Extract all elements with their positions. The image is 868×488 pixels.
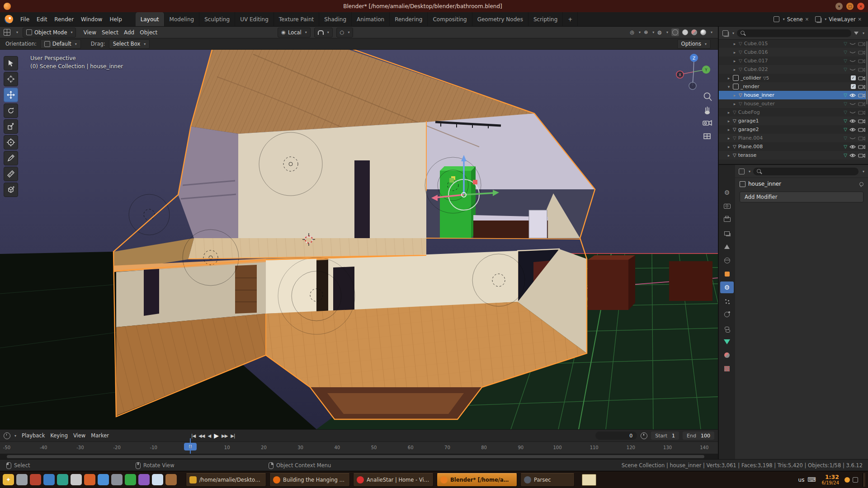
axis-minus-z-handle[interactable] bbox=[689, 82, 696, 89]
expand-icon[interactable]: ▸ bbox=[726, 119, 731, 123]
workspace-tab-sculpting[interactable]: Sculpting bbox=[199, 12, 235, 26]
tool-rotate[interactable] bbox=[4, 103, 18, 118]
outliner-row-Plane.008[interactable]: ▸▽Plane.008▽ bbox=[719, 142, 868, 151]
taskbar-window-parsec[interactable]: Parsec bbox=[520, 473, 575, 487]
workspace-add-button[interactable]: + bbox=[563, 12, 578, 26]
remove-viewlayer-icon[interactable]: × bbox=[858, 17, 862, 22]
prev-keyframe-button[interactable]: ◀◀ bbox=[198, 433, 204, 438]
jump-to-end-button[interactable]: ▶| bbox=[231, 433, 235, 438]
tool-transform[interactable] bbox=[4, 135, 18, 150]
properties-tab-object[interactable] bbox=[720, 268, 734, 280]
maximize-button[interactable]: ▢ bbox=[846, 3, 854, 10]
outliner-row-house_outer[interactable]: ▸▽house_outer▽ bbox=[719, 99, 868, 108]
taskbar-clock[interactable]: 1:32 6/19/24 bbox=[821, 474, 839, 486]
expand-icon[interactable]: ▸ bbox=[726, 136, 731, 141]
add-modifier-button[interactable]: Add Modifier bbox=[740, 192, 863, 202]
blender-logo-icon[interactable] bbox=[5, 15, 13, 23]
properties-tab-world[interactable] bbox=[720, 254, 734, 266]
workspace-tab-geometry-nodes[interactable]: Geometry Nodes bbox=[472, 12, 528, 26]
keyboard-layout-indicator[interactable]: us bbox=[798, 477, 805, 483]
editor-type-icon[interactable] bbox=[4, 29, 10, 36]
menu-window[interactable]: Window bbox=[77, 14, 106, 24]
minimize-button[interactable]: ▾ bbox=[835, 3, 843, 10]
workspace-tab-modeling[interactable]: Modeling bbox=[165, 12, 200, 26]
camera-visibility-icon[interactable] bbox=[858, 136, 865, 141]
eye-closed-icon[interactable] bbox=[849, 110, 856, 115]
play-reverse-button[interactable]: ◀ bbox=[208, 433, 211, 438]
overlays-toggle-icon[interactable]: ◍ bbox=[657, 29, 662, 35]
viewport-menu-view[interactable]: View bbox=[80, 29, 99, 36]
viewlayer-selector[interactable]: ▾ ViewLayer × bbox=[815, 16, 862, 23]
mode-dropdown[interactable]: Object Mode ▾ bbox=[23, 28, 76, 38]
taskbar-launcher-2[interactable] bbox=[16, 474, 28, 485]
workspace-tab-rendering[interactable]: Rendering bbox=[390, 12, 428, 26]
properties-tab-output[interactable] bbox=[720, 214, 734, 225]
workspace-tab-compositing[interactable]: Compositing bbox=[428, 12, 472, 26]
timeline-menu-keying[interactable]: Keying bbox=[47, 432, 71, 439]
viewport-menu-select[interactable]: Select bbox=[99, 29, 121, 36]
collection-checkbox[interactable]: ✓ bbox=[851, 84, 856, 89]
taskbar-launcher-7[interactable] bbox=[84, 474, 95, 485]
camera-visibility-icon[interactable] bbox=[858, 50, 865, 55]
menu-file[interactable]: File bbox=[17, 14, 33, 24]
playback-sync-icon[interactable] bbox=[641, 432, 647, 439]
properties-tab-material[interactable] bbox=[720, 349, 734, 361]
workspace-tab-uv-editing[interactable]: UV Editing bbox=[235, 12, 274, 26]
expand-icon[interactable]: ▸ bbox=[726, 153, 731, 158]
jump-to-start-button[interactable]: |◀ bbox=[191, 433, 195, 438]
properties-search-input[interactable] bbox=[753, 168, 859, 175]
timeline-editor-icon[interactable] bbox=[4, 432, 10, 439]
menu-help[interactable]: Help bbox=[106, 14, 125, 24]
expand-icon[interactable]: ▸ bbox=[732, 67, 737, 72]
taskbar-launcher-5[interactable] bbox=[57, 474, 68, 485]
filter-icon[interactable] bbox=[854, 32, 859, 35]
transform-orientation-dropdown[interactable]: ◉ Local ▾ bbox=[278, 28, 310, 38]
next-keyframe-button[interactable]: ▶▶ bbox=[222, 433, 227, 438]
pin-icon[interactable] bbox=[859, 182, 863, 186]
tool-annotate[interactable] bbox=[4, 151, 18, 165]
expand-icon[interactable]: ▸ bbox=[726, 145, 731, 149]
unlink-scene-icon[interactable]: × bbox=[805, 17, 809, 22]
outliner-row-Cube.016[interactable]: ▸▽Cube.016▽ bbox=[719, 48, 868, 56]
properties-tab-view-layer[interactable] bbox=[720, 227, 734, 239]
outliner-row-Cube.015[interactable]: ▸▽Cube.015▽ bbox=[719, 39, 868, 48]
properties-tab-scene[interactable] bbox=[720, 241, 734, 253]
viewport-menu-object[interactable]: Object bbox=[137, 29, 160, 36]
taskbar-launcher-11[interactable] bbox=[138, 474, 150, 485]
properties-tab-object-data[interactable] bbox=[720, 336, 734, 347]
outliner-row-garage1[interactable]: ▸▽garage1▽ bbox=[719, 117, 868, 125]
properties-tab-modifiers[interactable]: ⚙ bbox=[720, 282, 734, 293]
outliner-scrollbar[interactable] bbox=[866, 41, 868, 104]
outliner-row-Cube.022[interactable]: ▸▽Cube.022▽ bbox=[719, 65, 868, 74]
shading-solid-icon[interactable] bbox=[682, 29, 688, 35]
outliner-row-house_inner[interactable]: ▸▽house_inner▽ bbox=[719, 91, 868, 99]
eye-closed-icon[interactable] bbox=[849, 41, 856, 47]
workspace-tab-scripting[interactable]: Scripting bbox=[528, 12, 563, 26]
timeline-ruler[interactable]: 0 -50-40-30-20-1001020304050607080901001… bbox=[0, 441, 718, 454]
expand-icon[interactable]: ▸ bbox=[732, 93, 737, 98]
expand-icon[interactable]: ▸ bbox=[726, 76, 731, 80]
taskbar-launcher-9[interactable] bbox=[111, 474, 123, 485]
taskbar-launcher-3[interactable] bbox=[30, 474, 41, 485]
eye-icon[interactable] bbox=[849, 153, 856, 158]
scene-selector[interactable]: ▾ Scene × bbox=[774, 16, 809, 23]
taskbar-window-blender[interactable]: Blender* [/home/amali... bbox=[437, 473, 517, 487]
eye-closed-icon[interactable] bbox=[849, 101, 856, 107]
shading-material-icon[interactable] bbox=[691, 29, 697, 35]
workspace-tab-texture-paint[interactable]: Texture Paint bbox=[274, 12, 319, 26]
workspace-tab-layout[interactable]: Layout bbox=[136, 12, 165, 26]
properties-tab-tool[interactable]: ⚙ bbox=[720, 187, 734, 198]
timeline-menu-view[interactable]: View bbox=[71, 432, 88, 439]
pan-hand-icon[interactable] bbox=[705, 107, 710, 114]
camera-visibility-icon[interactable] bbox=[858, 153, 865, 158]
taskbar-window-files[interactable]: /home/amalie/Desktop... bbox=[186, 473, 266, 487]
frame-start-field[interactable]: Start 1 bbox=[651, 432, 679, 440]
taskbar-launcher-6[interactable] bbox=[71, 474, 82, 485]
properties-tab-particles[interactable] bbox=[720, 295, 734, 307]
outliner-row-_render[interactable]: ▾_render✓ bbox=[719, 82, 868, 91]
camera-visibility-icon[interactable] bbox=[858, 93, 865, 98]
tool-move[interactable] bbox=[4, 88, 18, 102]
expand-icon[interactable]: ▸ bbox=[726, 127, 731, 132]
snap-toggle[interactable]: ▾ bbox=[314, 28, 333, 38]
outliner-search-input[interactable] bbox=[737, 29, 851, 37]
